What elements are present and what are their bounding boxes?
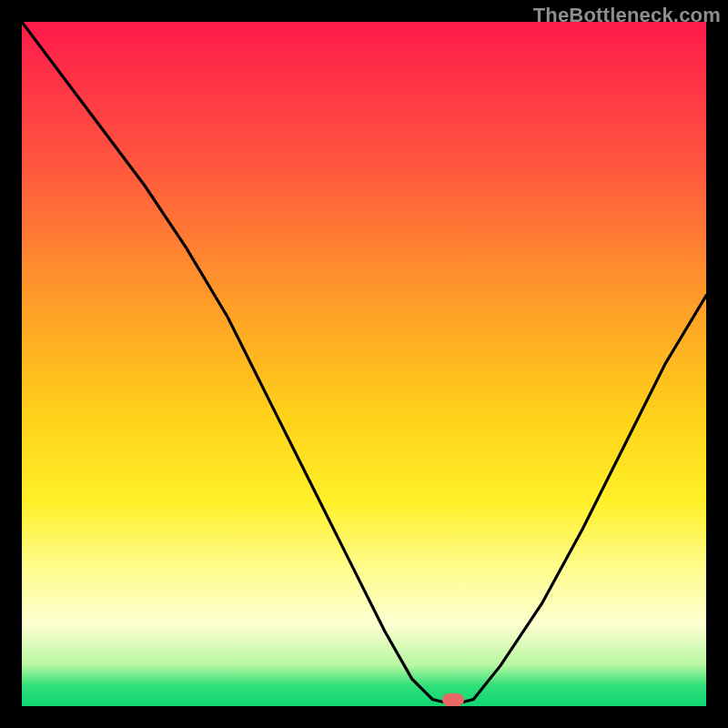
bottleneck-curve	[22, 22, 706, 706]
curve-path	[22, 22, 706, 703]
chart-stage: TheBottleneck.com	[0, 0, 728, 728]
plot-area	[22, 22, 706, 706]
optimum-marker	[442, 693, 464, 706]
